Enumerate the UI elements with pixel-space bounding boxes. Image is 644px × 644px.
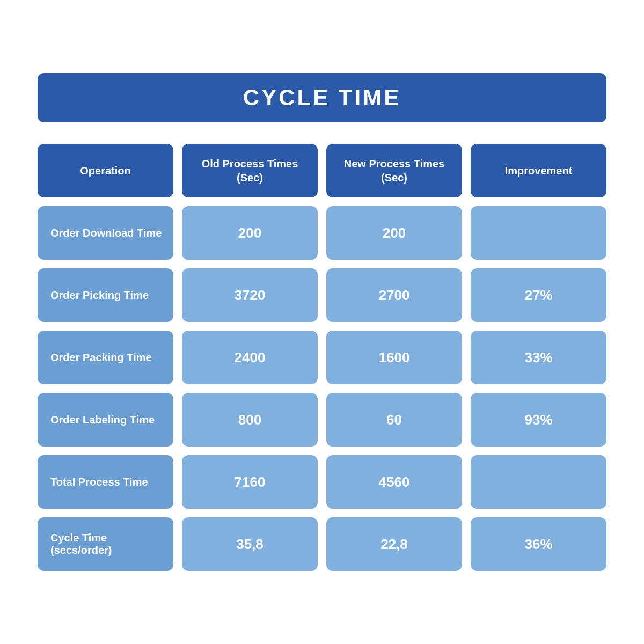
row-2-improvement: 33% (471, 331, 606, 384)
row-1-new: 2700 (326, 268, 462, 322)
row-0-operation: Order Download Time (38, 206, 173, 260)
main-container: CYCLE TIME Operation Old Process Times (… (27, 62, 617, 582)
page-title: CYCLE TIME (59, 85, 585, 111)
header-operation: Operation (38, 144, 173, 197)
header-new-times: New Process Times (Sec) (326, 144, 462, 197)
row-4-old: 7160 (182, 455, 318, 509)
row-3-old: 800 (182, 393, 318, 447)
row-1-improvement: 27% (471, 268, 606, 322)
data-table: Operation Old Process Times (Sec) New Pr… (38, 144, 606, 571)
row-0-old: 200 (182, 206, 318, 260)
row-3-operation: Order Labeling Time (38, 393, 173, 447)
title-bar: CYCLE TIME (38, 73, 606, 122)
row-3-improvement: 93% (471, 393, 606, 447)
row-2-old: 2400 (182, 331, 318, 384)
row-1-old: 3720 (182, 268, 318, 322)
header-old-times: Old Process Times (Sec) (182, 144, 318, 197)
row-2-new: 1600 (326, 331, 462, 384)
row-4-new: 4560 (326, 455, 462, 509)
row-3-new: 60 (326, 393, 462, 447)
row-5-operation: Cycle Time (secs/order) (38, 517, 173, 571)
row-4-operation: Total Process Time (38, 455, 173, 509)
row-1-operation: Order Picking Time (38, 268, 173, 322)
row-5-old: 35,8 (182, 517, 318, 571)
row-5-new: 22,8 (326, 517, 462, 571)
row-2-operation: Order Packing Time (38, 331, 173, 384)
row-0-improvement (471, 206, 606, 260)
row-0-new: 200 (326, 206, 462, 260)
header-improvement: Improvement (471, 144, 606, 197)
row-5-improvement: 36% (471, 517, 606, 571)
row-4-improvement (471, 455, 606, 509)
